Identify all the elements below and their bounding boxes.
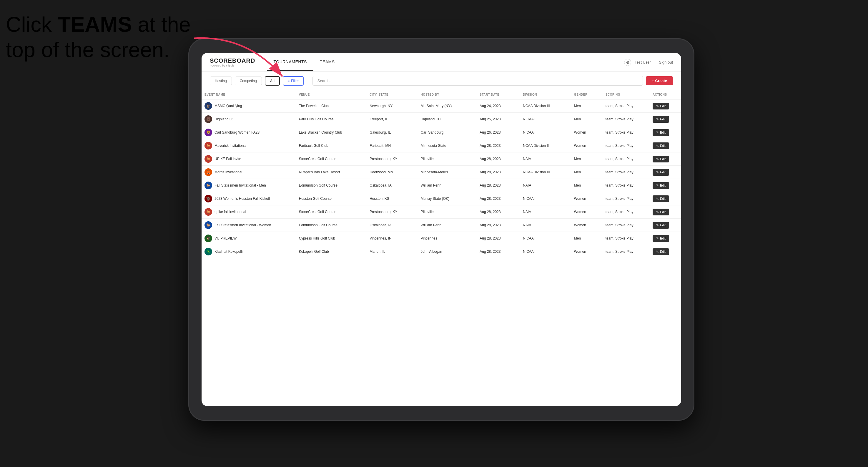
- cell-gender: Women: [571, 219, 602, 232]
- cell-hosted-by: Murray State (OK): [418, 192, 477, 206]
- create-button[interactable]: + Create: [646, 76, 673, 85]
- cell-date: Aug 26, 2023: [477, 126, 520, 139]
- cell-city: Prestonsburg, KY: [367, 152, 418, 166]
- cell-venue: Ruttger's Bay Lake Resort: [296, 166, 367, 179]
- event-name-text: Fall Statesmen Invitational - Women: [215, 223, 271, 227]
- tab-teams[interactable]: TEAMS: [313, 54, 341, 71]
- event-name-text: Klash at Kokopelli: [215, 250, 243, 254]
- edit-button[interactable]: ✎ Edit: [653, 222, 669, 229]
- col-header-division: DIVISION: [520, 90, 571, 99]
- edit-icon: ✎: [656, 131, 659, 134]
- edit-label: Edit: [660, 223, 665, 227]
- tablet-screen: SCOREBOARD Powered by clippit TOURNAMENT…: [202, 53, 681, 406]
- cell-city: Faribault, MN: [367, 139, 418, 152]
- cell-scoring: team, Stroke Play: [602, 99, 650, 113]
- edit-button[interactable]: ✎ Edit: [653, 235, 669, 242]
- edit-icon: ✎: [656, 197, 659, 201]
- cell-scoring: team, Stroke Play: [602, 232, 650, 245]
- edit-button[interactable]: ✎ Edit: [653, 103, 669, 110]
- edit-icon: ✎: [656, 250, 659, 254]
- event-name-text: UPIKE Fall Invite: [215, 157, 241, 161]
- edit-button[interactable]: ✎ Edit: [653, 116, 669, 123]
- cell-scoring: team, Stroke Play: [602, 166, 650, 179]
- search-input[interactable]: [312, 76, 643, 86]
- edit-label: Edit: [660, 104, 665, 108]
- table-row: 🐎 UPIKE Fall Invite StoneCrest Golf Cour…: [202, 152, 681, 166]
- cell-date: Aug 28, 2023: [477, 219, 520, 232]
- edit-button[interactable]: ✎ Edit: [653, 182, 669, 189]
- cell-gender: Men: [571, 99, 602, 113]
- cell-date: Aug 28, 2023: [477, 192, 520, 206]
- cell-venue: StoneCrest Golf Course: [296, 152, 367, 166]
- edit-label: Edit: [660, 144, 665, 148]
- cell-actions: ✎ Edit: [650, 126, 681, 139]
- edit-label: Edit: [660, 170, 665, 174]
- cell-venue: StoneCrest Golf Course: [296, 206, 367, 219]
- team-icon: 🐎: [205, 208, 212, 216]
- settings-icon[interactable]: ⚙: [624, 59, 631, 66]
- edit-icon: ✎: [656, 210, 659, 214]
- cell-date: Aug 28, 2023: [477, 245, 520, 258]
- cell-division: NCAA Division III: [520, 99, 571, 113]
- edit-icon: ✎: [656, 144, 659, 148]
- edit-label: Edit: [660, 250, 665, 253]
- table-row: 🦊 Morris Invitational Ruttger's Bay Lake…: [202, 166, 681, 179]
- edit-label: Edit: [660, 131, 665, 134]
- cell-gender: Men: [571, 152, 602, 166]
- edit-button[interactable]: ✎ Edit: [653, 209, 669, 215]
- cell-venue: Faribault Golf Club: [296, 139, 367, 152]
- event-name-text: upike fall invitational: [215, 210, 246, 214]
- cell-city: Deerwood, MN: [367, 166, 418, 179]
- cell-event-name: 🐻 Highland 36: [202, 113, 296, 126]
- table-row: 🐎 upike fall invitational StoneCrest Gol…: [202, 206, 681, 219]
- cell-event-name: 🐎 Fall Statesmen Invitational - Men: [202, 179, 296, 192]
- cell-hosted-by: John A Logan: [418, 245, 477, 258]
- cell-event-name: 🦁 Carl Sandburg Women FA23: [202, 126, 296, 139]
- event-name-text: Morris Invitational: [215, 170, 242, 174]
- team-icon: 🦊: [205, 168, 212, 176]
- cell-venue: Kokopelli Golf Club: [296, 245, 367, 258]
- team-icon: 🐎: [205, 155, 212, 163]
- cell-venue: Edmundson Golf Course: [296, 179, 367, 192]
- col-header-city: CITY, STATE: [367, 90, 418, 99]
- cell-gender: Women: [571, 206, 602, 219]
- cell-actions: ✎ Edit: [650, 139, 681, 152]
- cell-gender: Men: [571, 232, 602, 245]
- edit-button[interactable]: ✎ Edit: [653, 248, 669, 255]
- edit-button[interactable]: ✎ Edit: [653, 129, 669, 136]
- event-name-text: Maverick Invitational: [215, 144, 247, 148]
- event-name-text: Fall Statesmen Invitational - Men: [215, 183, 266, 187]
- edit-button[interactable]: ✎ Edit: [653, 169, 669, 176]
- edit-button[interactable]: ✎ Edit: [653, 143, 669, 149]
- table-row: 🦅 VU PREVIEW Cypress Hills Golf Club Vin…: [202, 232, 681, 245]
- cell-hosted-by: Minnesota State: [418, 139, 477, 152]
- cell-hosted-by: Carl Sandburg: [418, 126, 477, 139]
- event-name-text: 2023 Women's Hesston Fall Kickoff: [215, 196, 270, 201]
- table-row: 🦬 2023 Women's Hesston Fall Kickoff Hess…: [202, 192, 681, 206]
- cell-gender: Women: [571, 245, 602, 258]
- cell-scoring: team, Stroke Play: [602, 179, 650, 192]
- edit-button[interactable]: ✎ Edit: [653, 156, 669, 162]
- cell-division: NCAA Division II: [520, 139, 571, 152]
- edit-icon: ✎: [656, 104, 659, 108]
- edit-label: Edit: [660, 210, 665, 214]
- cell-division: NAIA: [520, 219, 571, 232]
- cell-hosted-by: William Penn: [418, 179, 477, 192]
- cell-venue: The Powelton Club: [296, 99, 367, 113]
- cell-division: NICAA II: [520, 192, 571, 206]
- team-icon: 🐻: [205, 115, 212, 123]
- edit-icon: ✎: [656, 237, 659, 241]
- signout-link[interactable]: Sign out: [659, 60, 673, 64]
- cell-event-name: 🦅 VU PREVIEW: [202, 232, 296, 245]
- team-icon: 🦅: [205, 102, 212, 110]
- instruction-bold: TEAMS: [58, 13, 132, 36]
- cell-event-name: 🐎 upike fall invitational: [202, 206, 296, 219]
- event-name-text: MSMC Qualifying 1: [215, 104, 245, 108]
- table-container: EVENT NAME VENUE CITY, STATE HOSTED BY S…: [202, 90, 681, 406]
- edit-label: Edit: [660, 157, 665, 161]
- edit-button[interactable]: ✎ Edit: [653, 195, 669, 202]
- cell-scoring: team, Stroke Play: [602, 126, 650, 139]
- team-icon: 🐎: [205, 182, 212, 189]
- nav-tabs: TOURNAMENTS TEAMS: [267, 54, 624, 71]
- cell-scoring: team, Stroke Play: [602, 245, 650, 258]
